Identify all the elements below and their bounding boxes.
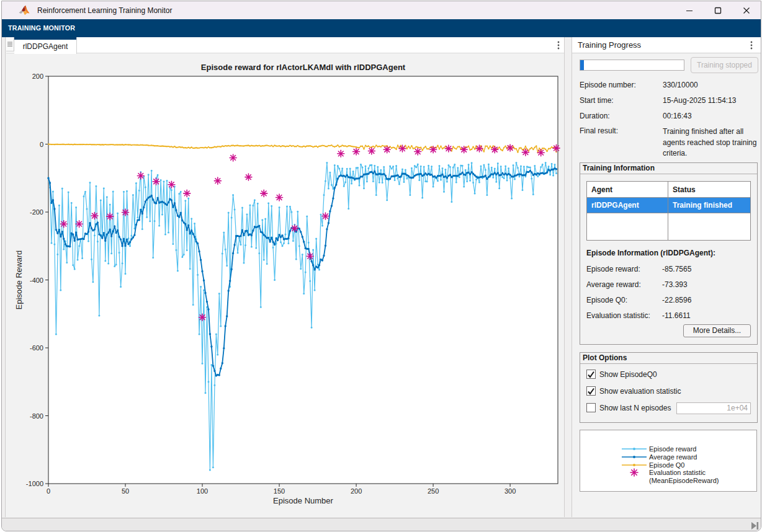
document-panel: rlDDPGAgent 2000-200-400-600-800-1000050… — [6, 37, 564, 517]
hamburger-icon — [7, 42, 12, 47]
last-n-episodes-input[interactable]: 1e+04 — [676, 402, 751, 414]
toolstrip-tab-training-monitor[interactable]: TRAINING MONITOR — [8, 24, 75, 32]
field-value: 330/10000 — [663, 81, 698, 89]
field-value: -22.8596 — [662, 296, 691, 304]
toolstrip: TRAINING MONITOR — [2, 19, 761, 37]
svg-text:50: 50 — [122, 487, 129, 495]
screen: Reinforcement Learning Training Monitor … — [0, 0, 762, 532]
group-separator — [580, 363, 757, 364]
svg-text:100: 100 — [197, 487, 208, 495]
right-panel-title: Training Progress — [578, 40, 641, 50]
legend-swatch-icon — [622, 469, 647, 477]
kebab-menu-icon — [750, 41, 753, 50]
agent-status-cell: Training finished — [668, 198, 751, 213]
more-details-button[interactable]: More Details... — [683, 324, 751, 337]
checkbox-label: Show last N episodes — [599, 404, 671, 412]
window-controls — [675, 1, 761, 19]
svg-text:200: 200 — [32, 73, 43, 80]
group-separator — [580, 174, 757, 174]
field-value: -73.393 — [662, 280, 688, 289]
field-value: 15-Aug-2025 11:54:13 — [663, 96, 737, 105]
close-button[interactable] — [732, 1, 761, 19]
legend-label: Average reward — [649, 453, 697, 461]
app-window: Reinforcement Learning Training Monitor … — [1, 1, 761, 531]
agents-table-empty-row — [587, 213, 751, 241]
checkbox-checked[interactable] — [586, 370, 596, 379]
panel-actions-button[interactable] — [746, 40, 757, 51]
field-label: Final result: — [580, 126, 618, 135]
maximize-button[interactable] — [704, 1, 732, 19]
agents-table-body: Agent Status rlDDPGAgent Training finish… — [587, 182, 751, 241]
document-tab-bar: rlDDPGAgent — [6, 37, 564, 53]
status-bar — [2, 518, 761, 531]
check-icon — [587, 371, 595, 379]
agent-name-cell: rlDDPGAgent — [587, 198, 668, 213]
matlab-logo-icon — [19, 5, 30, 16]
empty-cell — [668, 213, 751, 241]
empty-cell — [587, 213, 668, 241]
field-value: 00:16:43 — [663, 112, 692, 120]
checkbox-checked[interactable] — [586, 386, 596, 396]
field-value: Training finished after all agents reach… — [663, 126, 760, 159]
plot-options-title: Plot Options — [583, 353, 627, 362]
agents-col-status: Status — [668, 182, 751, 198]
minimize-button[interactable] — [675, 1, 704, 19]
svg-text:200: 200 — [351, 487, 362, 495]
close-icon — [743, 7, 750, 14]
tab-list-button[interactable] — [6, 37, 14, 51]
checkbox-label: Show EpisodeQ0 — [599, 370, 657, 379]
field-label: Episode number: — [580, 81, 636, 89]
svg-text:-800: -800 — [30, 412, 43, 420]
kebab-menu-icon — [557, 41, 560, 50]
window-titlebar: Reinforcement Learning Training Monitor — [2, 1, 761, 19]
svg-text:Episode reward for rlActorLKAM: Episode reward for rlActorLKAMdl with rl… — [201, 63, 406, 72]
field-label: Evaluation statistic: — [586, 311, 650, 320]
legend-label: Episode Q0 — [649, 461, 684, 469]
field-value: -11.6611 — [662, 311, 691, 320]
svg-text:-200: -200 — [30, 208, 43, 216]
episode-information-title: Episode Information (rlDDPGAgent): — [586, 249, 715, 257]
svg-text:150: 150 — [274, 487, 285, 495]
agents-table-header-row: Agent Status — [587, 182, 751, 198]
field-label: Start time: — [580, 96, 614, 105]
checkbox-label: Show evaluation statistic — [599, 387, 681, 396]
svg-text:-600: -600 — [30, 344, 43, 352]
svg-text:Episode Number: Episode Number — [273, 496, 333, 505]
tab-rlddpgagent[interactable]: rlDDPGAgent — [14, 37, 77, 54]
panel-splitter[interactable] — [564, 37, 572, 517]
training-information-title: Training Information — [583, 164, 655, 172]
legend-entry: Evaluation statistic (MeanEpisodeReward) — [580, 469, 756, 477]
chart-legend: Episode rewardAverage rewardEpisode Q0Ev… — [580, 430, 757, 492]
svg-text:Episode Reward: Episode Reward — [14, 250, 24, 309]
tab-label: rlDDPGAgent — [14, 42, 76, 51]
agents-table[interactable]: Agent Status rlDDPGAgent Training finish… — [586, 181, 751, 241]
svg-text:0: 0 — [47, 487, 50, 495]
svg-text:300: 300 — [504, 487, 516, 495]
field-label: Episode Q0: — [586, 296, 627, 304]
document-actions-button[interactable] — [553, 40, 564, 51]
field-label: Average reward: — [586, 280, 641, 289]
training-progress-fill — [580, 60, 584, 70]
legend-label: Evaluation statistic (MeanEpisodeReward) — [649, 469, 719, 484]
check-icon — [587, 388, 595, 396]
training-progress-panel: Training Progress Training stopped Episo… — [572, 37, 761, 518]
field-value: -85.7565 — [662, 265, 691, 273]
window-title: Reinforcement Learning Training Monitor — [37, 6, 172, 15]
training-stopped-button[interactable]: Training stopped — [691, 57, 758, 73]
svg-text:0: 0 — [40, 141, 43, 148]
field-label: Duration: — [580, 112, 610, 120]
legend-label: Episode reward — [649, 445, 696, 453]
training-progress-bar — [580, 60, 684, 71]
checkbox-unchecked[interactable] — [586, 403, 596, 412]
right-panel-header: Training Progress — [572, 37, 761, 53]
legend-entry: Episode reward — [580, 445, 756, 453]
legend-swatch-icon — [622, 453, 647, 461]
svg-text:-1000: -1000 — [26, 480, 43, 487]
agent-row-rlddpgagent[interactable]: rlDDPGAgent Training finished — [587, 198, 751, 213]
legend-swatch-icon — [622, 445, 647, 453]
episode-reward-chart[interactable]: 2000-200-400-600-800-1000050100150200250… — [6, 54, 564, 517]
skip-to-end-icon[interactable] — [751, 521, 759, 530]
tab-accent — [14, 37, 76, 40]
field-label: Episode reward: — [586, 265, 640, 273]
maximize-icon — [714, 7, 722, 14]
